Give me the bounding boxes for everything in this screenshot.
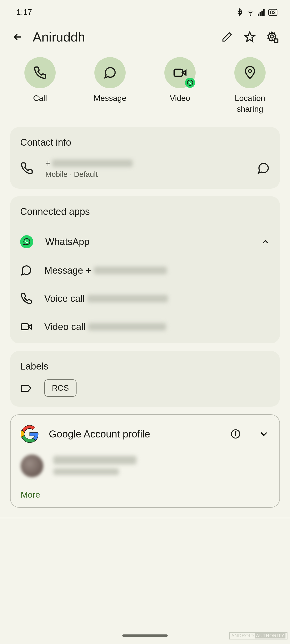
phone-number: + xyxy=(45,158,245,169)
location-icon xyxy=(243,66,257,79)
pencil-icon xyxy=(222,31,233,43)
svg-rect-3 xyxy=(260,12,261,16)
status-time: 1:17 xyxy=(16,8,32,17)
svg-rect-4 xyxy=(262,11,263,16)
whatsapp-badge xyxy=(185,78,195,88)
svg-point-10 xyxy=(248,70,251,72)
favorite-button[interactable] xyxy=(242,29,257,45)
chat-icon xyxy=(20,264,32,276)
whatsapp-label: WhatsApp xyxy=(45,236,89,247)
action-video[interactable]: Video xyxy=(155,57,205,114)
google-profile-name xyxy=(53,456,136,464)
action-message-label: Message xyxy=(94,93,126,104)
google-profile-title: Google Account profile xyxy=(49,428,221,440)
action-location-label: Location sharing xyxy=(235,93,265,114)
google-profile-card: Google Account profile More xyxy=(10,414,280,508)
settings-button[interactable] xyxy=(265,29,280,45)
contact-info-title: Contact info xyxy=(20,137,270,148)
contact-name: Aniruddh xyxy=(33,29,212,45)
whatsapp-icon xyxy=(187,79,193,86)
signal-icon xyxy=(257,8,266,17)
whatsapp-row[interactable]: WhatsApp xyxy=(20,227,270,256)
label-chip-rcs[interactable]: RCS xyxy=(44,379,77,397)
contact-header: Aniruddh xyxy=(0,19,290,50)
edit-button[interactable] xyxy=(220,29,235,45)
google-avatar xyxy=(21,455,43,477)
chevron-down-icon[interactable] xyxy=(258,428,269,439)
action-location-circle xyxy=(234,57,266,88)
connected-apps-card: Connected apps WhatsApp Message + Voice … xyxy=(10,196,280,343)
info-icon[interactable] xyxy=(231,429,241,439)
phone-icon xyxy=(20,162,33,175)
whatsapp-voice-row[interactable]: Voice call xyxy=(20,285,270,313)
phone-icon xyxy=(20,293,32,305)
labels-title: Labels xyxy=(20,361,270,372)
action-message-circle xyxy=(94,57,126,88)
action-video-circle xyxy=(164,57,196,88)
watermark: ANDROIDAUTHORITY xyxy=(229,632,287,639)
phone-type: Mobile · Default xyxy=(45,170,245,179)
svg-rect-11 xyxy=(21,324,28,330)
google-more-link[interactable]: More xyxy=(21,490,269,500)
battery-icon: 82 xyxy=(268,9,277,16)
chat-icon xyxy=(103,66,117,79)
section-divider xyxy=(0,518,290,518)
google-profile-body xyxy=(21,455,269,477)
star-icon xyxy=(244,31,256,43)
action-video-label: Video xyxy=(170,93,190,104)
svg-point-1 xyxy=(250,15,251,15)
whatsapp-videocall-row[interactable]: Video call xyxy=(20,313,270,341)
bluetooth-icon xyxy=(235,8,244,17)
action-message[interactable]: Message xyxy=(85,57,135,114)
phone-row[interactable]: + Mobile · Default xyxy=(20,158,270,179)
svg-rect-8 xyxy=(174,69,183,76)
back-button[interactable] xyxy=(10,29,25,45)
gear-wrench-icon xyxy=(266,31,278,43)
svg-point-14 xyxy=(235,431,236,432)
svg-rect-2 xyxy=(258,14,259,16)
action-call[interactable]: Call xyxy=(15,57,65,114)
quick-actions: Call Message Video Location sharing xyxy=(0,50,290,125)
phone-icon xyxy=(33,66,47,79)
nav-handle[interactable] xyxy=(122,634,168,637)
chat-icon[interactable] xyxy=(257,162,270,175)
svg-point-6 xyxy=(270,35,273,38)
action-location[interactable]: Location sharing xyxy=(225,57,275,114)
google-logo-icon xyxy=(21,425,39,443)
whatsapp-voice-label: Voice call xyxy=(44,293,85,304)
video-icon xyxy=(173,66,187,80)
status-bar: 1:17 82 xyxy=(0,0,290,19)
svg-point-9 xyxy=(187,80,193,86)
google-profile-subtitle xyxy=(53,468,119,475)
svg-rect-7 xyxy=(274,39,278,43)
connected-apps-title: Connected apps xyxy=(20,206,270,217)
whatsapp-video-label: Video call xyxy=(44,321,86,332)
video-icon xyxy=(20,321,32,333)
phone-info: + Mobile · Default xyxy=(45,158,245,179)
arrow-left-icon xyxy=(12,31,23,43)
svg-rect-5 xyxy=(263,9,264,16)
contact-info-card: Contact info + Mobile · Default xyxy=(10,127,280,189)
whatsapp-message-row[interactable]: Message + xyxy=(20,256,270,285)
whatsapp-icon xyxy=(20,235,33,248)
action-call-circle xyxy=(24,57,56,88)
label-icon xyxy=(20,382,32,394)
labels-card: Labels RCS xyxy=(10,351,280,407)
chevron-up-icon xyxy=(261,237,270,246)
action-call-label: Call xyxy=(33,93,47,104)
wifi-icon xyxy=(246,8,255,17)
whatsapp-message-label: Message + xyxy=(44,265,91,276)
status-icons: 82 xyxy=(235,8,277,17)
